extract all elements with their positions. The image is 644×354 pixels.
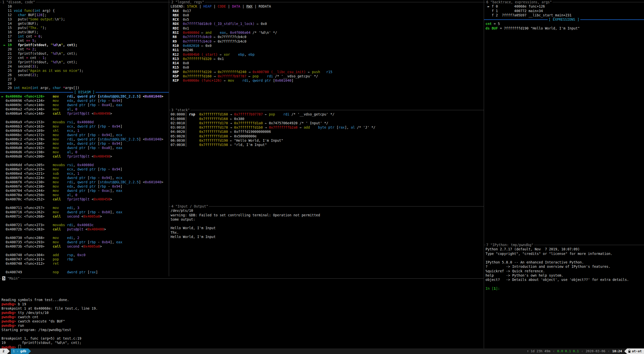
terminal-line: Breakpoint 1, func (arg=5) at test.c:19 bbox=[2, 336, 484, 341]
terminal-line: 03:0018│ 0x7fffffffd178 → 0x7fffffffd1b0… bbox=[171, 125, 484, 130]
program-output: /dev/pts/10warning: GDB: Failed to set c… bbox=[169, 209, 484, 239]
terminal-line: 28 bbox=[2, 81, 169, 86]
terminal-line: 0x400716 <func+262> mov dword ptr [rbp -… bbox=[2, 210, 169, 214]
stack-listing: 00:0000│ rsp 0x7fffffffd160 → 0x7ffff7b9… bbox=[169, 112, 484, 147]
pane-ipython[interactable]: 7 "IPython: tmp/pwndbg" Python 2.7.17 (d… bbox=[484, 243, 644, 348]
terminal-line: 0x400749 nop dword ptr [rax] bbox=[2, 270, 169, 274]
terminal-line: R14 0x0 bbox=[171, 61, 484, 65]
gdb-session-log[interactable]: Reading symbols from test...done.pwndbg>… bbox=[0, 281, 484, 348]
terminal-line: 0x4006b3 <func+163> mov ecx, dword ptr [… bbox=[2, 124, 169, 129]
pane-title-legend-regs: 2 "legend, regs" bbox=[169, 0, 484, 4]
terminal-line: 06:0030│ 0x7fffffffd190 ← "Hello World, … bbox=[171, 138, 484, 143]
pane-title-label: 7 "IPython: tmp/pwndbg" bbox=[486, 243, 534, 247]
terminal-line: %quickref -> Quick reference. bbox=[486, 269, 644, 273]
terminal-line: RDI 0x1 bbox=[171, 26, 484, 31]
terminal-line bbox=[171, 222, 484, 226]
terminal-line: 16 puts(BUF); bbox=[2, 30, 169, 34]
terminal-line: 19 fprintf(stdout, "%d\n", cnt); bbox=[2, 341, 484, 345]
terminal-line: 0x400696 <func+134> mov edx, dword ptr [… bbox=[2, 99, 169, 103]
hostname-segment: at-at bbox=[627, 348, 644, 354]
pane-input-output[interactable]: 4 "Input / Output" /dev/pts/10warning: G… bbox=[169, 204, 484, 276]
terminal-line: 0x4006d0 <func+192> mov dword ptr [rbp -… bbox=[2, 146, 169, 150]
legend-line: LEGEND: STACK | HEAP | CODE | DATA | RWX… bbox=[169, 4, 484, 9]
terminal-line: 0x4006b9 <func+169> shl ecx, 1 bbox=[2, 129, 169, 133]
terminal-line: 0x400747 <func+311> pop rbp bbox=[2, 257, 169, 261]
ipython-banner[interactable]: Python 2.7.17 (default, Nov 7 2019, 10:0… bbox=[484, 247, 644, 291]
terminal-line: 22 cnt = cnt - 1; bbox=[2, 56, 169, 60]
terminal-line: RBP 0x7fffffffd220 → 0x7fffffffd240 → 0x… bbox=[171, 70, 484, 74]
terminal-line: RAX 0x17 bbox=[171, 9, 484, 13]
text-cursor bbox=[18, 345, 21, 348]
terminal-line: pwndbg> cwatch execute "ds BUF" bbox=[2, 319, 484, 323]
terminal-line bbox=[2, 249, 169, 253]
terminal-line: In [1]: bbox=[486, 286, 644, 291]
terminal-line: Starting program: /tmp/pwndbg/test bbox=[2, 328, 484, 332]
terminal-line: 11 void func(int arg) { bbox=[2, 9, 169, 13]
terminal-line: ► 19 fprintf(stdout, "%d\n", cnt); bbox=[2, 43, 169, 47]
terminal-line: 25 puts("Again as it was so nice"); bbox=[2, 69, 169, 73]
chevron-right-icon: › bbox=[15, 349, 20, 353]
terminal-line: Python 2.7.17 (default, Nov 7 2019, 10:0… bbox=[486, 247, 644, 251]
terminal-line: 0x4006e7 <func+215> mov ecx, dword ptr [… bbox=[2, 167, 169, 171]
terminal-line: RCX 0x5 bbox=[171, 17, 484, 22]
terminal-line: 23 fprintf(stdout, "%d\n", cnt); bbox=[2, 60, 169, 64]
terminal-line: 12 char BUF[128]; bbox=[2, 13, 169, 17]
pane-border-line bbox=[0, 278, 484, 279]
pane-title-label: 1 "disasm, code" bbox=[2, 0, 36, 4]
pane-main-gdb[interactable]: 5 "Main" Reading symbols from test...don… bbox=[0, 276, 484, 348]
terminal-line: ? -> Introduction and overview of IPytho… bbox=[486, 264, 644, 269]
terminal-line: LEGEND: STACK | HEAP | CODE | DATA | RWX… bbox=[171, 4, 484, 9]
terminal-line: /dev/pts/10 bbox=[171, 209, 484, 213]
terminal-line: 0x400721 <func+273> movabs rdi, 0x40083c bbox=[2, 223, 169, 227]
pane-title-ipython: 7 "IPython: tmp/pwndbg" bbox=[484, 243, 644, 247]
terminal-line: 20 cnt *= 2; bbox=[2, 47, 169, 51]
pane-disasm-code[interactable]: 1 "disasm, code" 10 11 void func(int arg… bbox=[0, 0, 169, 276]
terminal-line: 0x4006c2 <func+178> mov rdi, qword ptr [… bbox=[2, 137, 169, 141]
terminal-line: 18 cnt += 5; bbox=[2, 39, 169, 43]
vertical-pane-border[interactable] bbox=[169, 0, 169, 276]
terminal-line: 07:0038│ 0x7fffffffd198 ← "rld, I'm Inpu… bbox=[171, 143, 484, 147]
session-indicator[interactable]: 2 bbox=[0, 348, 7, 354]
uptime-arrow-icon: ↑ bbox=[527, 348, 531, 354]
terminal-line: 0x4006a9 <func+153> movabs rsi, 0x40080d bbox=[2, 120, 169, 124]
terminal-line bbox=[2, 332, 484, 336]
pane-legend-regs[interactable]: 2 "legend, regs" LEGEND: STACK | HEAP | … bbox=[169, 0, 484, 108]
window-tab-gdb[interactable]: 1›gdb bbox=[11, 348, 28, 354]
vertical-pane-border[interactable] bbox=[484, 0, 484, 348]
terminal-line: 15 puts("Thx. "); bbox=[2, 26, 169, 30]
terminal-line: 26 second(2); bbox=[2, 73, 169, 77]
terminal-line bbox=[2, 289, 484, 293]
terminal-line: 0x400748 <func+312> ret bbox=[2, 261, 169, 266]
terminal-line: RIP 0x40068e (func+126) ← mov rdi, qword… bbox=[171, 78, 484, 83]
terminal-line: 0x4006fe <func+238> mov edx, dword ptr [… bbox=[2, 184, 169, 189]
terminal-line: 00:0000│ rsp 0x7fffffffd160 → 0x7ffff7b9… bbox=[171, 112, 484, 116]
terminal-line: 21 fprintf(stdout, "%d\n", cnt); bbox=[2, 51, 169, 56]
disassembly-listing: ► 0x40068e <func+126> mov rdi, qword ptr… bbox=[0, 94, 169, 274]
pane-stack[interactable]: 3 "stack" 00:0000│ rsp 0x7fffffffd160 → … bbox=[169, 108, 484, 204]
terminal-line: pwndbg> bbox=[2, 345, 484, 348]
terminal-line: 0x400704 <func+244> mov dword ptr [rbp -… bbox=[2, 189, 169, 193]
terminal-line: 02:0010│ 0x7fffffffd170 → 0x7fffffffd1a0… bbox=[171, 121, 484, 125]
terminal-line: R11 0x246 bbox=[171, 48, 484, 52]
terminal-line: 0x4006a4 <func+148> call fprintf@plt <0x… bbox=[2, 111, 169, 116]
terminal-line: cnt = 5 bbox=[486, 22, 644, 26]
terminal-line: help -> Python's own help system. bbox=[486, 273, 644, 278]
terminal-line: RSI 0x40080d ← and eax, 0x4f000a64 /* '%… bbox=[171, 31, 484, 35]
terminal-line: 0x4006ed <func+221> sub ecx, 1 bbox=[2, 171, 169, 176]
pane-border-line bbox=[169, 206, 484, 206]
terminal-line: 0x400735 <func+293> mov dword ptr [rbp -… bbox=[2, 240, 169, 244]
pane-backtrace-expressions[interactable]: 6 "backtrace, expressions, args" ► f 0 4… bbox=[484, 0, 644, 243]
terminal-line: Type "copyright", "credits" or "license"… bbox=[486, 252, 644, 256]
terminal-line: ds BUF = 7fffffffd190 "Hello World, I'm … bbox=[486, 26, 644, 31]
terminal-line: f 2 7ffff7a05b97 __libc_start_main+231 bbox=[486, 13, 644, 17]
terminal-line: R13 0x7fffffffd320 ← 0x1 bbox=[171, 57, 484, 61]
terminal-line: 0x4006ca <func+186> mov edx, dword ptr [… bbox=[2, 141, 169, 146]
terminal-line: ► f 0 40068e func+126 bbox=[486, 4, 644, 9]
terminal-line: f 1 400772 main+34 bbox=[486, 9, 644, 13]
terminal-line: Some output: bbox=[171, 217, 484, 222]
terminal-line: 14 gets(BUF); bbox=[2, 21, 169, 26]
terminal-line: 0x4006d6 <func+198> mov al, 0 bbox=[2, 150, 169, 154]
pane-title-label: 2 "legend, regs" bbox=[171, 0, 205, 4]
status-bar-right: ↑ 1d 23h 49m ‹ 0.0 0.1 0.1 ‹ 2020-03-06 … bbox=[527, 348, 644, 354]
terminal-line: 0x40071c <func+268> call second <0x4005a… bbox=[2, 214, 169, 219]
